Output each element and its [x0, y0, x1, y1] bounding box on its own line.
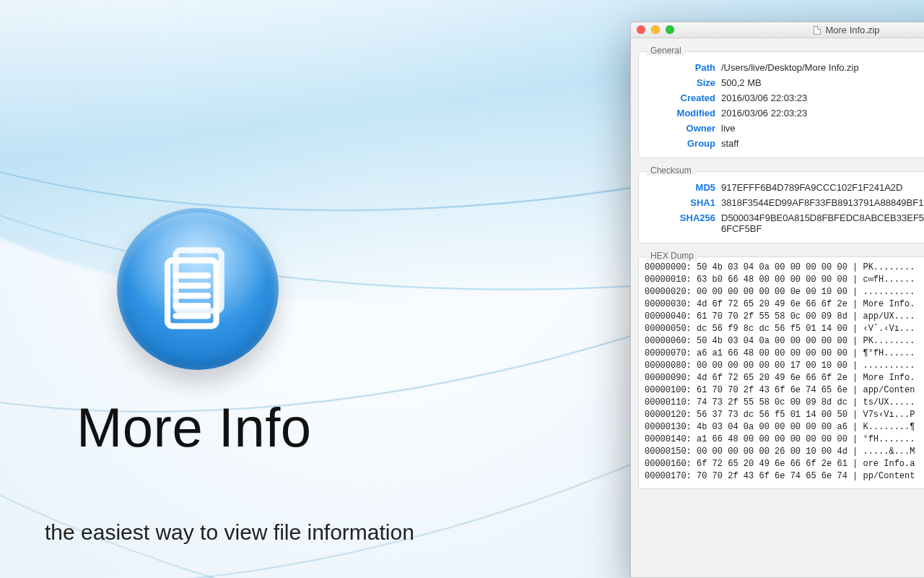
general-row-value[interactable]: live	[721, 123, 924, 134]
general-panel-label: General	[646, 46, 686, 56]
general-row-key: Modified	[649, 108, 715, 118]
general-row-key: Created	[649, 92, 715, 103]
window-titlebar[interactable]: More Info.zip	[631, 22, 924, 38]
close-icon[interactable]	[637, 25, 645, 34]
hexdump-panel: HEX Dump 00000000: 50 4b 03 04 0a 00 00 …	[638, 256, 924, 489]
general-row-value[interactable]: /Users/live/Desktop/More Info.zip	[721, 62, 924, 73]
checksum-row-value[interactable]: 917EFFF6B4D789FA9CCC102F1F241A2D	[721, 182, 924, 193]
file-icon	[814, 26, 821, 35]
hexdump-content[interactable]: 00000000: 50 4b 03 04 0a 00 00 00 00 00 …	[639, 257, 924, 488]
checksum-panel: Checksum MD5917EFFF6B4D789FA9CCC102F1F24…	[638, 171, 924, 243]
product-title: More Info	[77, 396, 312, 459]
checksum-row-key: SHA256	[649, 212, 715, 234]
checksum-row-value[interactable]: 3818F3544ED99AF8F33FB8913791A88849BF119C	[721, 197, 924, 208]
general-row-value[interactable]: 2016/03/06 22:03:23	[721, 92, 924, 103]
document-stack-icon	[147, 238, 248, 340]
checksum-row-value[interactable]: D500034F9BE0A815D8FBFEDC8ABCEB33EF56EFA9…	[721, 212, 924, 234]
checksum-row-key: SHA1	[649, 197, 715, 208]
hexdump-panel-label: HEX Dump	[646, 251, 698, 261]
checksum-panel-label: Checksum	[646, 165, 696, 176]
general-row-value[interactable]: 500,2 MB	[721, 77, 924, 88]
window-title-text: More Info.zip	[825, 25, 879, 35]
app-icon	[117, 208, 279, 370]
general-row-key: Group	[649, 138, 715, 149]
general-row-key: Path	[649, 62, 715, 73]
zoom-icon[interactable]	[666, 25, 674, 34]
general-row-value[interactable]: 2016/03/06 22:03:23	[721, 108, 924, 118]
general-panel: General Path/Users/live/Desktop/More Inf…	[638, 51, 924, 158]
info-window: More Info.zip General Path/Users/live/De…	[630, 22, 924, 578]
minimize-icon[interactable]	[651, 25, 660, 34]
general-row-key: Size	[649, 77, 715, 88]
promo-stage: More Info the easiest way to view file i…	[0, 0, 924, 578]
window-title: More Info.zip	[814, 25, 879, 35]
general-row-value[interactable]: staff	[721, 138, 924, 149]
product-subtitle: the easiest way to view file information	[45, 520, 414, 545]
general-row-key: Owner	[649, 123, 715, 134]
checksum-row-key: MD5	[649, 182, 715, 193]
